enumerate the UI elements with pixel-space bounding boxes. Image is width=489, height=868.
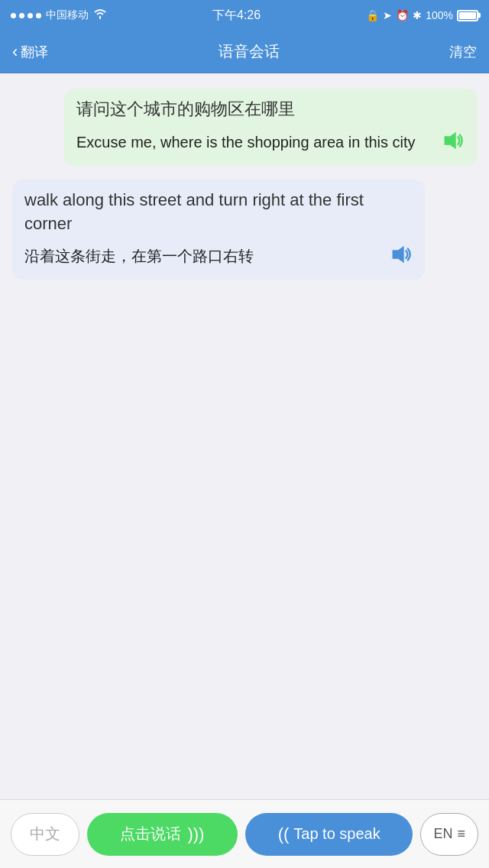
translated-text-en: Excuse me, where is the shopping area in… xyxy=(76,131,431,153)
alarm-icon: ⏰ xyxy=(396,9,409,21)
speak-en-button[interactable]: (( Tap to speak xyxy=(245,813,413,856)
wifi-icon xyxy=(93,8,107,22)
speak-en-label: Tap to speak xyxy=(293,825,380,843)
speaker-button-received[interactable] xyxy=(387,241,413,270)
svg-marker-0 xyxy=(445,131,456,149)
lock-icon: 🔒 xyxy=(366,9,379,21)
speak-zh-button[interactable]: 点击说话 ))) xyxy=(87,813,238,856)
chevron-left-icon: ‹ xyxy=(12,42,18,62)
bluetooth-icon: ✱ xyxy=(413,9,422,21)
back-button[interactable]: ‹ 翻译 xyxy=(12,42,48,62)
status-bar: 中国移动 下午4:26 🔒 ➤ ⏰ ✱ 100% xyxy=(0,0,489,31)
translation-row-sent: Excuse me, where is the shopping area in… xyxy=(76,128,465,157)
bubble-inner-received: walk along this street and turn right at… xyxy=(12,180,425,280)
carrier-label: 中国移动 xyxy=(46,8,89,22)
speak-zh-label: 点击说话 xyxy=(120,824,181,844)
back-label: 翻译 xyxy=(21,43,48,61)
translated-text-zh: 沿着这条街走，在第一个路口右转 xyxy=(24,245,379,267)
battery-percent: 100% xyxy=(426,9,453,21)
language-en-label: EN xyxy=(433,826,452,842)
bottom-bar: 中文 点击说话 ))) (( Tap to speak EN ≡ xyxy=(0,799,489,868)
nav-bar: ‹ 翻译 语音会话 清空 xyxy=(0,31,489,73)
page-title: 语音会话 xyxy=(219,41,280,62)
status-time: 下午4:26 xyxy=(212,8,261,24)
speaker-button-sent[interactable] xyxy=(439,128,465,157)
bubble-inner-sent: 请问这个城市的购物区在哪里 Excuse me, where is the sh… xyxy=(64,89,477,166)
language-zh-button[interactable]: 中文 xyxy=(11,813,79,856)
location-icon: ➤ xyxy=(383,9,392,21)
signal-dots xyxy=(11,13,41,18)
wave-icon-en: (( xyxy=(278,824,290,844)
status-right: 🔒 ➤ ⏰ ✱ 100% xyxy=(366,9,478,21)
clear-button[interactable]: 清空 xyxy=(449,43,477,61)
message-bubble-received: walk along this street and turn right at… xyxy=(12,180,425,280)
original-text-en: walk along this street and turn right at… xyxy=(24,189,413,236)
translation-row-received: 沿着这条街走，在第一个路口右转 xyxy=(24,241,413,270)
language-zh-label: 中文 xyxy=(30,824,60,844)
wave-icon-zh: ))) xyxy=(187,824,204,844)
menu-icon: ≡ xyxy=(457,826,465,842)
svg-marker-1 xyxy=(393,246,404,264)
chat-area: 请问这个城市的购物区在哪里 Excuse me, where is the sh… xyxy=(0,73,489,799)
language-en-button[interactable]: EN ≡ xyxy=(420,813,478,856)
battery-icon xyxy=(457,10,478,21)
original-text-zh: 请问这个城市的购物区在哪里 xyxy=(76,98,465,121)
message-bubble-sent: 请问这个城市的购物区在哪里 Excuse me, where is the sh… xyxy=(64,89,477,166)
status-left: 中国移动 xyxy=(11,8,107,22)
